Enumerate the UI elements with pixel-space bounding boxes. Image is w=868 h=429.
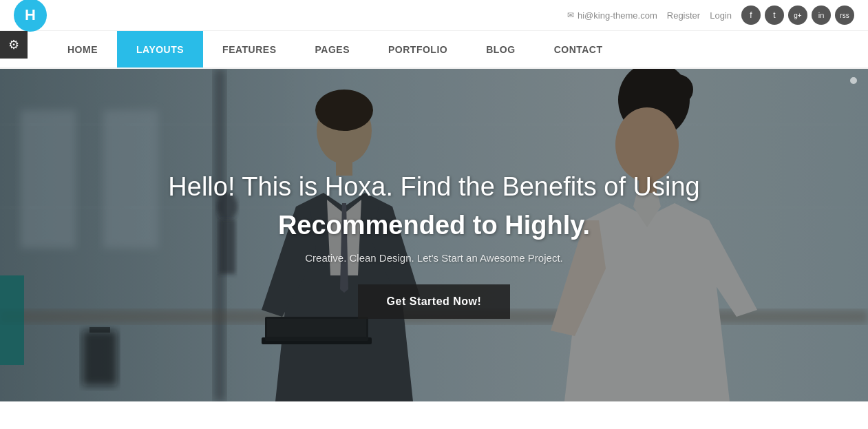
contact-email: hi@king-theme.com: [567, 10, 657, 21]
google-plus-icon[interactable]: g+: [788, 6, 807, 25]
hero-subtitle: Creative. Clean Design. Let's Start an A…: [28, 252, 840, 264]
nav-bar: HOME LAYOUTS FEATURES PAGES PORTFOLIO BL…: [0, 31, 868, 69]
logo-letter: H: [25, 6, 36, 24]
nav-item-home[interactable]: HOME: [48, 31, 117, 67]
linkedin-icon[interactable]: in: [812, 6, 831, 25]
facebook-icon[interactable]: f: [741, 6, 761, 25]
hero-section: Hello! This is Hoxa. Find the Benefits o…: [0, 69, 868, 401]
hero-title-line1: Hello! This is Hoxa. Find the Benefits o…: [28, 170, 840, 204]
top-bar: H hi@king-theme.com Register Login f t g…: [0, 0, 868, 31]
gear-icon: ⚙: [8, 37, 19, 52]
nav-item-features[interactable]: FEATURES: [203, 31, 295, 67]
twitter-icon[interactable]: t: [765, 6, 784, 25]
nav-item-portfolio[interactable]: PORTFOLIO: [369, 31, 467, 67]
hero-content: Hello! This is Hoxa. Find the Benefits o…: [0, 170, 868, 319]
nav-item-layouts[interactable]: LAYOUTS: [117, 31, 203, 67]
social-icons: f t g+ in rss: [741, 6, 854, 25]
hero-title-line2: Recommended to Highly.: [28, 209, 840, 242]
nav-item-contact[interactable]: CONTACT: [535, 31, 622, 67]
cta-button[interactable]: Get Started Now!: [358, 284, 511, 319]
login-link[interactable]: Login: [710, 10, 732, 21]
hero-indicator-dot: [850, 77, 857, 84]
register-link[interactable]: Register: [667, 10, 700, 21]
rss-icon[interactable]: rss: [835, 6, 854, 25]
nav-item-pages[interactable]: PAGES: [296, 31, 369, 67]
logo[interactable]: H: [14, 0, 47, 32]
nav-item-blog[interactable]: BLOG: [467, 31, 534, 67]
settings-gear[interactable]: ⚙: [0, 31, 28, 59]
top-bar-right: hi@king-theme.com Register Login f t g+ …: [567, 6, 854, 25]
